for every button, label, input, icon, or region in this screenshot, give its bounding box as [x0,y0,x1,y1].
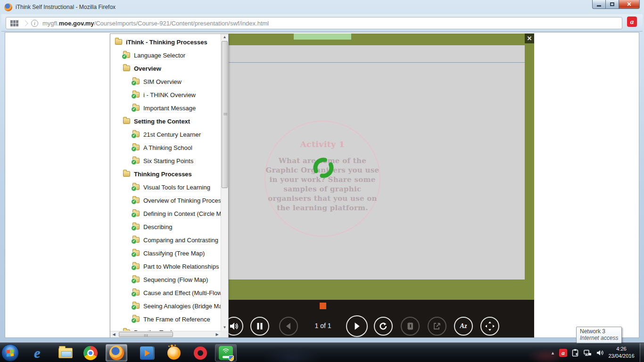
tree-item[interactable]: Setting the Context [110,115,221,128]
horizontal-scrollbar-thumb[interactable] [119,332,173,337]
taskbar: e ▲ a [0,343,644,362]
clock-time: 4:26 [604,346,638,353]
avira-tray-icon[interactable]: a [559,349,567,357]
tree-item[interactable]: The Frame of Reference [110,313,221,326]
volume-tray-icon[interactable] [596,349,603,356]
tree-item[interactable]: Cause and Effect (Multi-Flow Map) [110,286,221,299]
tree-item-label: Important Message [143,105,196,112]
horizontal-scrollbar[interactable]: ◀ ▶ [110,331,221,337]
tree-item[interactable]: Part to Whole Relationships [110,260,221,273]
pause-icon [256,322,264,330]
loading-spinner-icon [312,156,335,179]
folder-checked-icon [132,184,140,190]
scroll-down-arrow-icon[interactable]: ▼ [221,324,228,331]
tree-item[interactable]: Seeing Analogies (Bridge Map) [110,299,221,313]
title-bar[interactable]: iThink Self Instructional - Mozilla Fire… [0,0,644,14]
tree-item[interactable]: Language Selector [110,49,221,62]
tree-item-label: Overview of Thinking Processes [143,197,221,204]
tree-item-label: Seeing Analogies (Bridge Map) [143,303,221,310]
tree-item[interactable]: i - THINK Overview [110,88,221,101]
tree-item[interactable]: Describing [110,220,221,233]
tree-item-label: iThink - Thinking Processes [126,39,207,46]
hidden-icons-arrow-icon[interactable]: ▲ [551,351,555,355]
clock-date: 23/04/2016 [604,353,638,360]
network-tooltip: Network 3 Internet access [576,327,622,343]
move-button[interactable] [480,317,499,336]
tree-item-label: Setting the Context [134,118,190,125]
close-icon: ✕ [627,1,631,8]
maximize-button[interactable] [606,0,619,9]
taskbar-media-player[interactable] [136,344,157,362]
window-controls: ✕ [592,0,640,9]
gom-player-icon [167,346,181,360]
tree-item[interactable]: Overview [110,62,221,75]
tree-item[interactable]: Comparing and Contrasting [110,233,221,247]
start-button[interactable] [1,344,19,362]
url-bar[interactable]: i mygfl.moe.gov.my/CourseImports/Course-… [6,17,622,29]
network-tray-icon[interactable] [583,349,592,356]
tree-item-label: Language Selector [134,52,185,59]
clipboard-tray-icon[interactable] [571,349,579,357]
taskbar-internet-explorer[interactable]: e [26,344,48,362]
vertical-scrollbar-thumb[interactable] [222,41,228,188]
scroll-up-arrow-icon[interactable]: ▲ [221,34,228,41]
activity-body-line: samples of graphic [265,184,380,194]
tree-item-label: The Frame of Reference [143,316,210,323]
slide-progress-marker[interactable] [320,303,326,309]
glossary-button[interactable]: Az [454,317,473,336]
tree-item[interactable]: Overview of Thinking Processes [110,194,221,207]
tree-item[interactable]: Classifying (Tree Map) [110,247,221,260]
taskbar-wifi-hotspot[interactable] [215,344,237,362]
scroll-left-arrow-icon[interactable]: ◀ [110,331,117,338]
player-close-button[interactable]: ✕ [525,33,534,43]
folder-checked-icon [123,52,130,58]
site-info-icon[interactable]: i [31,20,38,27]
tree-item[interactable]: Sequencing (Flow Map) [110,273,221,286]
exit-button[interactable] [428,317,446,336]
tree-item[interactable]: Thinking Processes [110,167,221,181]
tree-item[interactable]: Six Starting Points [110,154,221,167]
exit-icon [432,321,442,331]
pause-button[interactable] [250,317,269,336]
taskbar-gom-player[interactable] [163,344,185,362]
folder-icon [115,39,122,45]
tree-item[interactable]: iThink - Thinking Processes [110,35,221,49]
minimize-button[interactable] [592,0,606,9]
notebook-icon [405,321,415,331]
tree-item-label: Overview [134,65,161,72]
replay-button[interactable] [374,317,393,336]
tree-item-label: Comparing and Contrasting [143,237,218,244]
close-button[interactable]: ✕ [619,0,640,9]
tree-item[interactable]: SIM Overview [110,75,221,88]
taskbar-windows-explorer[interactable] [55,344,76,362]
avira-extension-button[interactable]: a [627,16,637,27]
system-tray: ▲ a [551,343,603,362]
tree-item-label: Visual Tools for Learning [143,184,210,191]
taskbar-opera[interactable] [190,344,211,362]
tree-item[interactable]: 21st Century Learner [110,128,221,141]
chevron-separator-icon [22,20,28,26]
url-text[interactable]: mygfl.moe.gov.my/CourseImports/Course-92… [42,20,269,27]
tree-item[interactable]: Visual Tools for Learning [110,181,221,194]
taskbar-clock[interactable]: 4:26 23/04/2016 [604,346,638,360]
next-button[interactable] [346,315,368,337]
firefox-icon [4,3,12,11]
vertical-scrollbar[interactable]: ▲ ▼ [221,34,228,331]
show-desktop-button[interactable] [640,343,644,362]
windows-logo-icon [7,349,14,357]
folder-checked-icon [132,263,140,269]
taskbar-firefox-active[interactable] [106,344,127,362]
tree-item[interactable]: A Thinking School [110,141,221,154]
tree-item[interactable]: Defining in Context (Circle Map) [110,207,221,220]
taskbar-chrome[interactable] [80,344,101,362]
grid-icon[interactable] [10,20,18,26]
previous-button[interactable] [279,317,298,336]
tree-item[interactable]: Important Message [110,101,221,115]
notes-button[interactable] [401,317,420,336]
tree-item[interactable]: Practice Tools [110,326,221,331]
folder-checked-icon [132,132,140,137]
folder-checked-icon [132,158,140,164]
folder-checked-icon [132,224,140,230]
scroll-right-arrow-icon[interactable]: ▶ [214,331,221,338]
tooltip-title: Network 3 [580,328,618,335]
